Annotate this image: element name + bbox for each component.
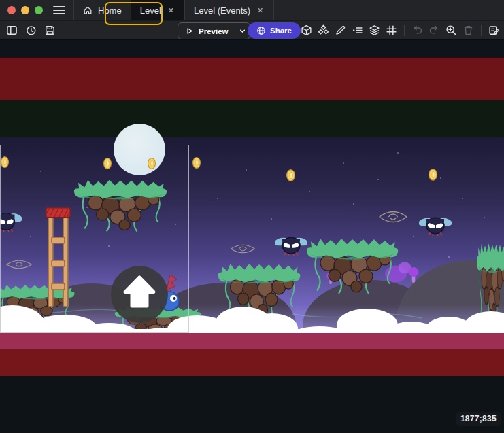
- tab-level-events[interactable]: Level (Events) ✕: [185, 0, 274, 20]
- undo-icon[interactable]: [411, 24, 423, 36]
- toolbar-separator: [404, 25, 405, 36]
- tab-bar: Home Level ✕ Level (Events) ✕: [73, 0, 274, 20]
- minimize-window-button[interactable]: [21, 6, 29, 14]
- maximize-window-button[interactable]: [35, 6, 43, 14]
- tab-label: Level (Events): [194, 5, 250, 16]
- share-button[interactable]: Share: [248, 22, 301, 39]
- save-icon[interactable]: [44, 24, 56, 36]
- coin[interactable]: [193, 158, 201, 169]
- close-tab-icon[interactable]: ✕: [256, 6, 265, 15]
- chevron-down-icon: [238, 27, 247, 35]
- redo-icon[interactable]: [429, 24, 440, 36]
- history-icon[interactable]: [25, 24, 37, 36]
- share-label: Share: [270, 27, 292, 35]
- tab-level[interactable]: Level ✕: [131, 0, 185, 20]
- instances-icon[interactable]: [318, 24, 329, 36]
- play-icon: [185, 27, 194, 35]
- ground-band: [0, 333, 504, 349]
- canvas-outer-top: [0, 40, 504, 58]
- preview-button[interactable]: Preview: [178, 22, 250, 39]
- toolbar: Preview Share: [0, 20, 504, 40]
- panels-icon[interactable]: [6, 24, 18, 36]
- close-tab-icon[interactable]: ✕: [167, 6, 175, 15]
- red-parallax-band: [0, 58, 504, 100]
- cursor-coordinates-badge: 1877;835: [456, 412, 501, 426]
- window-controls: [7, 0, 43, 20]
- grid-icon[interactable]: [386, 24, 397, 36]
- canvas-outer-bottom: [0, 376, 504, 433]
- coin[interactable]: [1, 157, 9, 168]
- coin[interactable]: [148, 158, 156, 169]
- close-window-button[interactable]: [7, 6, 16, 14]
- tab-label: Home: [98, 5, 122, 16]
- tab-home[interactable]: Home: [73, 0, 131, 20]
- globe-icon: [256, 26, 266, 35]
- home-icon: [83, 5, 93, 15]
- dark-forest-band: [0, 100, 504, 137]
- titlebar: Home Level ✕ Level (Events) ✕: [0, 0, 504, 20]
- preview-label: Preview: [199, 27, 228, 35]
- coin[interactable]: [104, 158, 112, 169]
- edit-note-icon[interactable]: [488, 24, 500, 36]
- lower-red-band: [0, 349, 504, 376]
- properties-icon[interactable]: [352, 24, 363, 36]
- layers-icon[interactable]: [369, 24, 380, 36]
- coin[interactable]: [287, 170, 295, 181]
- scene-editor-canvas[interactable]: 1877;835: [0, 40, 504, 433]
- moon[interactable]: [114, 124, 165, 175]
- pencil-icon[interactable]: [335, 24, 346, 36]
- tab-label: Level: [140, 5, 161, 16]
- touch-arrow-control[interactable]: [111, 266, 168, 323]
- cube-3d-icon[interactable]: [301, 24, 312, 36]
- toolbar-separator: [481, 25, 482, 36]
- trash-icon[interactable]: [463, 24, 474, 36]
- coin[interactable]: [429, 169, 437, 181]
- menu-icon[interactable]: [53, 0, 65, 20]
- zoom-in-icon[interactable]: [446, 24, 457, 36]
